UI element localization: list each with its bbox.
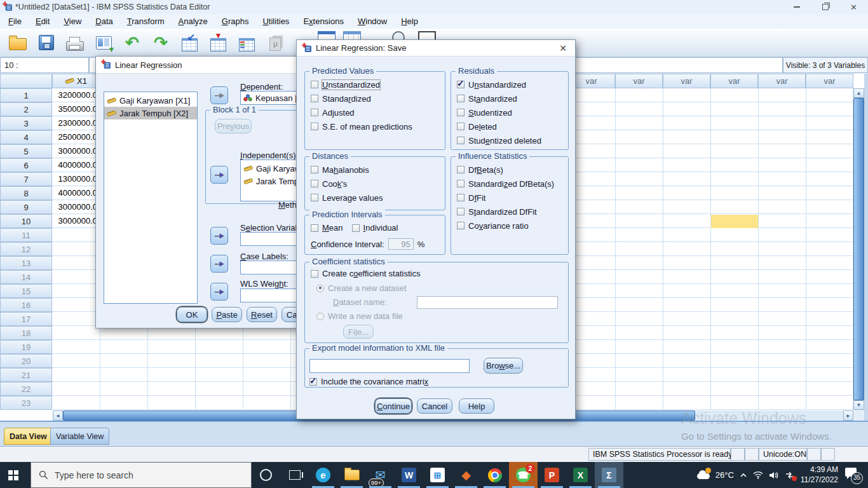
checkbox[interactable] [457,123,465,130]
undo-icon[interactable] [121,31,144,54]
data-cell[interactable]: 3000000.0 [52,214,100,228]
data-cell[interactable]: 3500000.0 [52,102,100,116]
paste-button[interactable]: Paste [212,307,242,322]
tab-variable-view[interactable]: Variable View [50,428,109,445]
move-independent-button[interactable] [210,166,228,184]
scroll-left-button[interactable]: ◄ [53,410,63,421]
scroll-right-button[interactable]: ► [843,410,853,421]
row-header[interactable]: 2 [0,102,52,116]
goto-case-icon[interactable] [178,31,201,54]
data-cell[interactable]: 1300000.0 [52,172,100,186]
column-header-var[interactable]: var [615,74,663,88]
help-button[interactable]: Help [459,398,494,414]
xml-path-input[interactable] [309,359,470,373]
checkbox[interactable] [457,208,465,215]
row-header[interactable]: 23 [0,396,52,410]
checkbox[interactable] [311,123,318,130]
row-header[interactable]: 4 [0,130,52,144]
goto-variable-icon[interactable] [207,31,229,54]
create-coefficient-row[interactable]: Create coefficient statistics [311,269,420,278]
row-header[interactable]: 11 [0,228,52,242]
dialog-close-button[interactable]: ✕ [555,43,571,54]
checkbox[interactable] [311,109,318,116]
row-header[interactable]: 15 [0,284,52,298]
column-header-var[interactable]: var [758,74,806,88]
column-header-x1[interactable]: X1 [52,74,100,88]
continue-button[interactable]: Continue [375,398,412,414]
cancel-button[interactable]: Cancel [417,398,452,414]
checkbox-item[interactable]: Standardized DfBeta(s) [451,177,568,191]
checkbox-item[interactable]: Unstandardized [305,78,445,92]
checkbox[interactable] [311,270,318,278]
row-header[interactable]: 14 [0,270,52,284]
checkbox[interactable] [457,166,465,173]
taskbar-app-edge[interactable]: e [309,462,337,488]
checkbox-item[interactable]: Leverage values [305,191,445,205]
row-header[interactable]: 16 [0,298,52,312]
checkbox[interactable] [311,166,318,173]
data-cell[interactable]: 4000000.0 [52,186,100,200]
checkbox-item[interactable]: Cook's [305,177,445,191]
recall-dialogs-icon[interactable] [92,31,115,54]
menu-view[interactable]: View [57,14,88,29]
taskbar-app-file-explorer[interactable] [337,462,366,488]
checkbox-item[interactable]: Standardized [305,92,445,105]
column-header-var[interactable]: var [663,74,710,88]
checkbox-item[interactable]: Standardized [451,92,568,105]
checkbox-item[interactable]: DfFit [451,191,568,205]
file-button[interactable]: File... [343,325,374,339]
taskbar-app-whatsapp[interactable]: ☎2 [509,462,538,488]
close-button[interactable]: ✕ [839,0,868,14]
cell-reference-box[interactable]: 10 : [0,57,89,73]
row-header[interactable]: 10 [0,214,52,228]
menu-graphs[interactable]: Graphs [215,14,256,29]
data-cell[interactable]: 3000000.0 [52,144,100,158]
taskbar-app-store[interactable]: ⊞ [423,462,452,488]
taskbar-clock[interactable]: 4:39 AM 11/27/2022 [801,465,838,485]
row-header[interactable]: 21 [0,368,52,382]
checkbox-item[interactable]: DfBeta(s) [451,163,568,177]
print-icon[interactable] [64,31,86,54]
checkbox-item[interactable]: Unstandardized [451,78,568,92]
checkbox[interactable] [457,137,465,144]
row-header[interactable]: 5 [0,144,52,158]
move-selection-button[interactable] [210,227,228,245]
taskbar-app-spss[interactable]: Σ [595,462,623,488]
checkbox-item[interactable]: Studentized deleted [451,133,568,147]
checkbox[interactable] [457,222,465,229]
include-covariance-row[interactable]: Include the covariance matrix [309,377,428,386]
checkbox-item[interactable]: Mahalanobis [305,163,445,177]
checkbox[interactable] [311,180,318,187]
cortana-button[interactable] [252,462,280,488]
reset-button[interactable]: Reset [247,307,277,322]
menu-transform[interactable]: Transform [120,14,172,29]
task-view-button[interactable] [280,462,309,488]
checkbox[interactable] [311,194,318,201]
minimize-button[interactable] [782,0,811,14]
move-dependent-button[interactable] [210,86,228,104]
row-header[interactable]: 19 [0,340,52,354]
mean-checkbox-row[interactable]: Mean Individual [311,223,398,233]
previous-button[interactable]: Previous [215,119,252,133]
checkbox-item[interactable]: Studentized [451,105,568,119]
tab-data-view[interactable]: Data View [4,428,53,445]
row-header[interactable]: 22 [0,382,52,396]
checkbox[interactable] [457,95,465,102]
save-icon[interactable] [35,31,58,54]
row-header[interactable]: 3 [0,116,52,130]
data-cell[interactable]: 3200000.0 [52,88,100,102]
row-header[interactable]: 20 [0,354,52,368]
taskbar-app-chrome[interactable] [480,462,509,488]
row-header[interactable]: 9 [0,200,52,214]
sync-error-icon[interactable] [785,471,795,479]
column-header-var[interactable]: var [710,74,758,88]
new-dataset-radio-row[interactable]: Create a new dataset [316,283,407,293]
menu-data[interactable]: Data [88,14,119,29]
temperature[interactable]: 26°C [715,470,734,480]
vertical-scrollbar[interactable]: ▲▼ [853,88,864,410]
menu-utilities[interactable]: Utilities [255,14,296,29]
column-header-var[interactable]: var [806,74,853,88]
checkbox[interactable] [457,81,465,88]
vertical-scroll-thumb[interactable] [853,98,864,400]
checkbox-item[interactable]: Adjusted [305,105,445,119]
